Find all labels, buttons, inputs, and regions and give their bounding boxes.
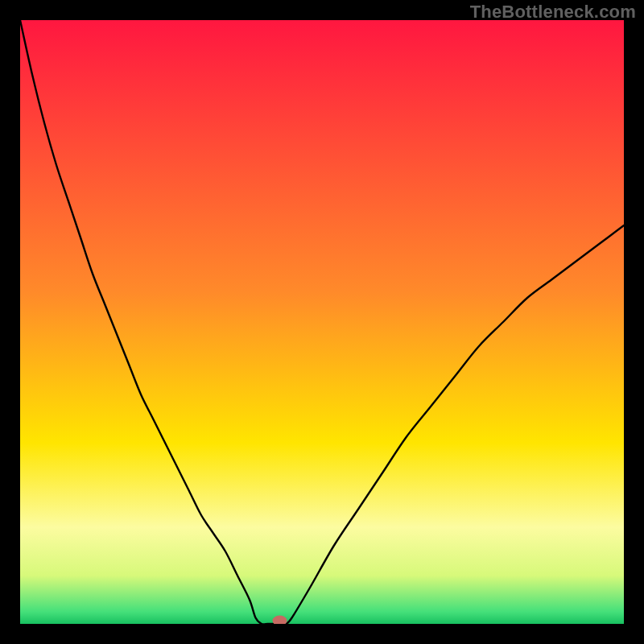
chart-frame: TheBottleneck.com (0, 0, 644, 644)
bottleneck-curve (20, 20, 624, 624)
plot-area (20, 20, 624, 624)
optimum-marker (273, 616, 287, 625)
